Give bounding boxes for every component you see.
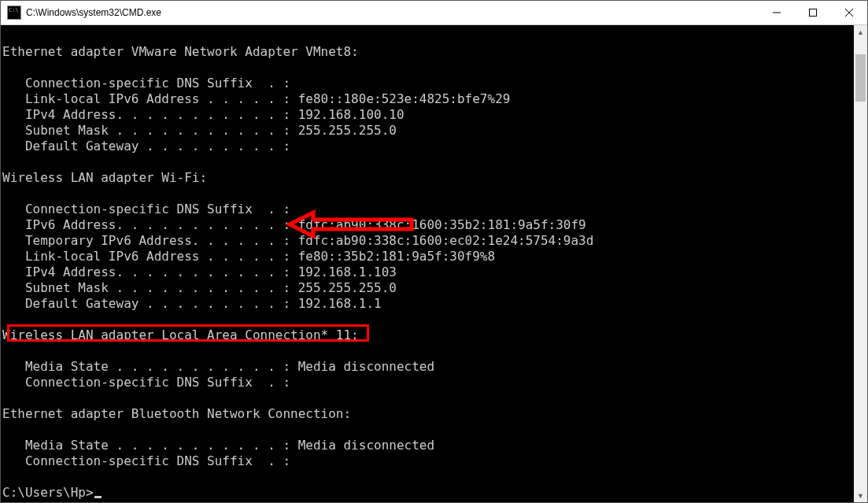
terminal-blank-line (1, 469, 854, 485)
terminal-blank-line (1, 28, 854, 44)
window-controls (759, 1, 867, 24)
adapter-header: Wireless LAN adapter Local Area Connecti… (1, 327, 854, 343)
adapter-row: Media State . . . . . . . . . . . : Medi… (1, 359, 854, 375)
client-area: Ethernet adapter VMware Network Adapter … (1, 25, 867, 502)
window-title: C:\Windows\system32\CMD.exe (26, 7, 759, 18)
terminal-blank-line (1, 312, 854, 327)
adapter-header: Ethernet adapter VMware Network Adapter … (1, 44, 854, 60)
terminal-blank-line (1, 422, 854, 438)
adapter-row: IPv6 Address. . . . . . . . . . . : fdfc… (1, 217, 854, 233)
adapter-header: Wireless LAN adapter Wi-Fi: (1, 170, 854, 186)
adapter-row: IPv4 Address. . . . . . . . . . . : 192.… (1, 264, 854, 280)
adapter-row: Default Gateway . . . . . . . . . : 192.… (1, 296, 854, 312)
terminal-blank-line (1, 154, 854, 170)
adapter-row: Subnet Mask . . . . . . . . . . . : 255.… (1, 123, 854, 139)
terminal-blank-line (1, 60, 854, 76)
close-button[interactable] (831, 1, 867, 24)
terminal-blank-line (1, 343, 854, 359)
maximize-button[interactable] (795, 1, 831, 24)
svg-rect-1 (810, 9, 817, 17)
scroll-track[interactable] (854, 39, 867, 489)
adapter-header: Ethernet adapter Bluetooth Network Conne… (1, 406, 854, 422)
titlebar[interactable]: C:\Windows\system32\CMD.exe (1, 1, 867, 25)
adapter-row: Temporary IPv6 Address. . . . . . : fdfc… (1, 233, 854, 249)
adapter-row: Default Gateway . . . . . . . . . : (1, 139, 854, 154)
terminal-prompt[interactable]: C:\Users\Hp> (1, 485, 854, 501)
terminal-blank-line (1, 186, 854, 202)
vertical-scrollbar[interactable]: ▲ ▼ (854, 25, 867, 502)
minimize-button[interactable] (759, 1, 795, 24)
adapter-row: Connection-specific DNS Suffix . : (1, 76, 854, 91)
prompt-text: C:\Users\Hp> (2, 485, 94, 500)
adapter-row: Connection-specific DNS Suffix . : (1, 453, 854, 469)
terminal-blank-line (1, 390, 854, 406)
terminal-output[interactable]: Ethernet adapter VMware Network Adapter … (1, 25, 854, 502)
adapter-row: Media State . . . . . . . . . . . : Medi… (1, 438, 854, 453)
adapter-row: Link-local IPv6 Address . . . . . : fe80… (1, 249, 854, 264)
adapter-row: IPv4 Address. . . . . . . . . . . : 192.… (1, 107, 854, 123)
cmd-icon (7, 6, 21, 20)
adapter-row: Connection-specific DNS Suffix . : (1, 202, 854, 217)
adapter-row: Link-local IPv6 Address . . . . . : fe80… (1, 91, 854, 107)
adapter-row: Subnet Mask . . . . . . . . . . . : 255.… (1, 280, 854, 296)
adapter-row: Connection-specific DNS Suffix . : (1, 375, 854, 390)
terminal-cursor (94, 496, 102, 498)
scroll-down-button[interactable]: ▼ (854, 489, 867, 502)
scroll-thumb[interactable] (855, 54, 866, 102)
scroll-up-button[interactable]: ▲ (854, 25, 867, 39)
cmd-window: C:\Windows\system32\CMD.exe Ethernet ada… (0, 0, 868, 503)
